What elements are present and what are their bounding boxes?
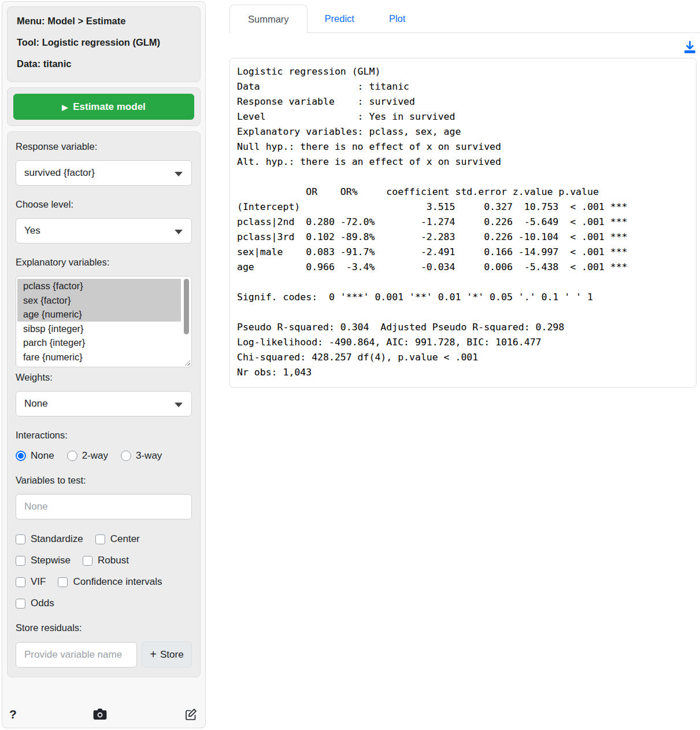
checkbox-robust[interactable]: Robust [83,555,129,566]
checkbox-odds[interactable]: Odds [16,598,54,609]
radio-label: None [31,450,54,462]
choose-level-value: Yes [24,225,40,237]
chevron-down-icon [175,403,183,407]
estimate-model-label: Estimate model [73,101,146,113]
store-button[interactable]: + Store [142,641,192,668]
download-icon[interactable] [683,40,697,57]
chevron-down-icon [175,230,183,234]
model-info-panel: Menu: Model > Estimate Tool: Logistic re… [7,6,201,82]
variables-to-test-label: Variables to test: [16,475,192,486]
checkbox-label: Robust [98,555,129,566]
tab-bar: Summary Predict Plot [229,5,700,33]
sidebar-footer: ? [7,705,201,724]
radio-option-none[interactable]: None [16,450,54,462]
estimate-model-button[interactable]: ▶ Estimate model [13,94,194,120]
summary-output: Logistic regression (GLM) Data : titanic… [229,58,697,388]
interactions-radio-group: None 2-way 3-way [16,450,192,462]
help-icon[interactable]: ? [9,707,17,721]
menu-breadcrumb: Menu: Model > Estimate [17,16,191,27]
variables-to-test-input[interactable] [16,494,192,519]
edit-report-icon[interactable] [184,707,198,722]
checkbox-icon[interactable] [83,556,92,566]
checkbox-standardize[interactable]: Standardize [16,533,83,545]
scrollbar-thumb[interactable] [184,279,189,334]
store-residuals-label: Store residuals: [16,622,192,633]
checkbox-icon[interactable] [16,556,25,566]
choose-level-select[interactable]: Yes [16,218,192,244]
store-residuals-row: + Store [16,641,192,668]
resize-handle-icon[interactable] [184,359,190,366]
main-panel: Summary Predict Plot Logistic regression… [229,0,700,730]
radio-option-3way[interactable]: 3-way [121,450,162,462]
list-item-name[interactable]: name {character} [17,364,181,367]
response-variable-value: survived {factor} [24,167,95,179]
checkbox-label: Standardize [31,533,83,545]
list-item-sibsp[interactable]: sibsp {integer} [17,322,181,336]
list-item-parch[interactable]: parch {integer} [17,335,181,350]
checkbox-confidence-intervals[interactable]: Confidence intervals [58,576,162,588]
radio-icon[interactable] [121,451,131,461]
checkbox-label: Odds [31,598,54,609]
checkbox-icon[interactable] [16,577,25,587]
checkbox-center[interactable]: Center [95,533,140,545]
list-item-pclass[interactable]: pclass {factor} [17,279,181,293]
checkbox-icon[interactable] [16,599,25,609]
radio-label: 3-way [136,450,162,462]
checkbox-vif[interactable]: VIF [16,576,46,588]
plus-icon: + [150,648,157,660]
dataset-label: Data: titanic [17,58,191,69]
play-icon: ▶ [62,104,68,111]
tab-plot[interactable]: Plot [372,5,423,32]
checkbox-row-1: Standardize Center [16,533,192,545]
weights-value: None [24,398,48,410]
list-item-sex[interactable]: sex {factor} [17,293,181,308]
weights-label: Weights: [16,372,192,383]
store-button-label: Store [160,649,184,661]
list-item-age[interactable]: age {numeric} [17,307,181,322]
radio-icon[interactable] [67,451,77,461]
checkbox-row-2: Stepwise Robust [16,555,192,566]
checkbox-label: Center [110,533,140,545]
checkbox-label: Stepwise [31,555,71,566]
tab-summary[interactable]: Summary [229,5,308,33]
store-residuals-input[interactable] [16,642,137,668]
explanatory-variables-label: Explanatory variables: [16,257,192,268]
radio-label: 2-way [82,450,108,462]
tool-label: Tool: Logistic regression (GLM) [17,37,191,48]
choose-level-label: Choose level: [16,199,192,210]
weights-select[interactable]: None [16,391,192,416]
checkbox-label: VIF [31,576,46,588]
interactions-label: Interactions: [16,430,192,441]
model-controls-panel: Response variable: survived {factor} Cho… [7,131,201,677]
explanatory-variables-listbox[interactable]: pclass {factor} sex {factor} age {numeri… [16,276,192,367]
checkbox-row-4: Odds [16,598,192,609]
checkbox-icon[interactable] [95,534,105,544]
screenshot-camera-icon[interactable] [92,707,108,721]
chevron-down-icon [175,172,183,176]
tab-predict[interactable]: Predict [308,5,372,32]
checkbox-icon[interactable] [16,534,25,544]
radio-selected-icon[interactable] [16,451,26,461]
estimate-panel: ▶ Estimate model [7,87,201,126]
checkbox-icon[interactable] [58,577,68,587]
radio-option-2way[interactable]: 2-way [67,450,108,462]
checkbox-row-3: VIF Confidence intervals [16,576,192,588]
list-item-fare[interactable]: fare {numeric} [17,350,181,364]
model-sidebar: Menu: Model > Estimate Tool: Logistic re… [2,1,206,728]
response-variable-label: Response variable: [16,141,192,152]
response-variable-select[interactable]: survived {factor} [16,160,192,186]
checkbox-stepwise[interactable]: Stepwise [16,555,71,566]
checkbox-label: Confidence intervals [73,576,162,588]
